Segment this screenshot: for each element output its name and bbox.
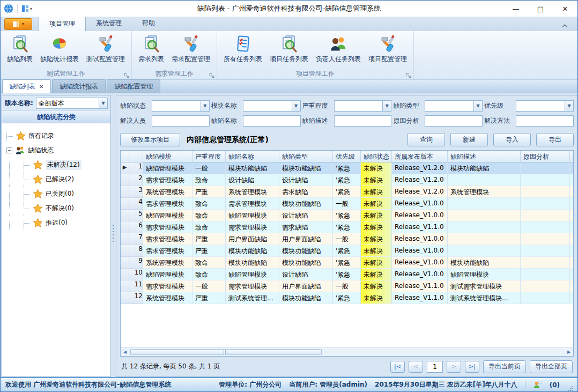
- grid-column-header[interactable]: 缺陷模块: [143, 151, 192, 162]
- dialog-launcher-icon[interactable]: [406, 72, 411, 77]
- table-row[interactable]: 11需求管理模块一般需求管理模块用户界面缺陷一般未解决Release_V1.1.…: [121, 280, 573, 292]
- tree-collapse-icon[interactable]: −: [6, 147, 12, 153]
- first-page-button[interactable]: |<: [390, 361, 405, 373]
- grid-column-header[interactable]: 缺陷类型: [279, 151, 333, 162]
- ribbon-tab-系统管理[interactable]: 系统管理: [86, 16, 132, 31]
- scroll-left-icon[interactable]: ◀: [121, 350, 129, 354]
- ribbon-button[interactable]: 需求配置管理: [168, 33, 214, 65]
- messages-person-icon[interactable]: [533, 380, 542, 389]
- ribbon-button[interactable]: 测试配置管理: [83, 33, 129, 65]
- grid-column-header[interactable]: 所属发布版本: [392, 151, 448, 162]
- dialog-launcher-icon[interactable]: [124, 72, 129, 77]
- table-row[interactable]: 6需求管理模块致命需求管理模块需求缺陷'紧急未解决Release_V1.1.0: [121, 221, 573, 233]
- tree-item[interactable]: 所有记录: [6, 129, 109, 143]
- dialog-launcher-icon[interactable]: [209, 72, 214, 77]
- ribbon-button[interactable]: 项目配置管理: [365, 33, 411, 65]
- app-menu-button[interactable]: ▾: [4, 18, 32, 30]
- action-button-导入[interactable]: 导入: [493, 133, 531, 146]
- chevron-down-icon[interactable]: ▼: [382, 100, 391, 112]
- table-cell: [521, 210, 570, 221]
- table-cell: [521, 174, 570, 186]
- table-row[interactable]: ▶1缺陷管理模块一般模块功能缺陷模块功能缺陷'紧急未解决Release_V1.2…: [121, 162, 573, 174]
- grid-column-header[interactable]: 解决方法: [570, 151, 574, 162]
- table-row[interactable]: 3系统管理模块严重系统管理模块需求缺陷'紧急未解决Release_V1.2.0系…: [121, 186, 573, 198]
- table-cell: [521, 245, 570, 257]
- horizontal-scrollbar[interactable]: ◀ ▶: [121, 347, 573, 356]
- table-row[interactable]: 5缺陷管理模块致命缺陷管理模块设计缺陷'紧急未解决Release_V1.0.0: [121, 210, 573, 221]
- grid-column-header[interactable]: 优先级: [333, 151, 361, 162]
- tree-item[interactable]: 推迟(0): [6, 216, 109, 230]
- tree-item[interactable]: 不解决(0): [6, 201, 109, 216]
- resize-grip-icon[interactable]: [567, 386, 573, 391]
- version-select[interactable]: 全部版本 ▼: [36, 98, 108, 109]
- last-page-button[interactable]: >|: [465, 361, 479, 373]
- filter-input[interactable]: [152, 115, 210, 127]
- ribbon-button[interactable]: 需求列表: [135, 33, 168, 65]
- filter-combo[interactable]: ▼: [334, 100, 392, 112]
- tree-item[interactable]: −缺陷状态: [6, 143, 109, 158]
- page-number-input[interactable]: [427, 361, 443, 373]
- row-number: 5: [129, 210, 143, 221]
- chevron-down-icon[interactable]: ▼: [99, 98, 108, 109]
- table-row[interactable]: 8需求管理模块严重模块功能缺陷模块功能缺陷'紧急未解决Release_V1.0.…: [121, 245, 573, 257]
- close-tab-icon[interactable]: ✕: [39, 84, 43, 90]
- doc-tab-缺陷配置管理[interactable]: 缺陷配置管理: [107, 79, 160, 93]
- chevron-down-icon[interactable]: ▼: [292, 100, 301, 112]
- table-row[interactable]: 10缺陷管理模块致命缺陷管理模块设计缺陷'紧急未解决Release_V1.0.0…: [121, 269, 573, 280]
- minimize-button[interactable]: —: [503, 1, 528, 17]
- filter-input[interactable]: [516, 115, 574, 127]
- grid-column-header[interactable]: 缺陷描述: [448, 151, 521, 162]
- filter-input[interactable]: [425, 115, 483, 127]
- grid-column-header[interactable]: 原因分析: [521, 151, 570, 162]
- grid-column-header[interactable]: 严重程度: [192, 151, 226, 162]
- tree-item[interactable]: 未解决(12): [6, 158, 109, 172]
- quick-access-layout-button[interactable]: ▾: [21, 5, 32, 12]
- ribbon-tab-项目管理[interactable]: 项目管理: [39, 16, 86, 31]
- ribbon-button[interactable]: 缺陷列表: [3, 33, 36, 65]
- table-row[interactable]: 4需求管理模块致命需求管理模块模块功能缺陷一般未解决Release_V1.0.0: [121, 198, 573, 210]
- chevron-down-icon[interactable]: ▼: [473, 100, 483, 112]
- grid-column-header[interactable]: 缺陷状态: [361, 151, 392, 162]
- filter-combo[interactable]: ▼: [516, 100, 574, 112]
- action-button-查询[interactable]: 查询: [407, 133, 445, 146]
- row-indicator: [121, 198, 129, 210]
- ribbon-button[interactable]: 所有任务列表: [220, 33, 266, 65]
- row-number: 9: [129, 257, 143, 269]
- export-all-pages-button[interactable]: 导出全部页: [530, 360, 573, 373]
- scrollbar-thumb[interactable]: [130, 349, 322, 355]
- prev-page-button[interactable]: <: [409, 361, 423, 373]
- action-button-新建[interactable]: 新建: [450, 133, 488, 146]
- close-button[interactable]: ✕: [553, 1, 577, 17]
- ribbon-button[interactable]: 缺陷统计报表: [36, 33, 83, 65]
- table-row[interactable]: 7需求管理模块严重用户界面缺陷用户界面缺陷一般未解决Release_V1.0.0: [121, 233, 573, 245]
- filter-input[interactable]: [243, 115, 301, 127]
- table-row[interactable]: 9系统管理模块致命模块功能缺陷模块功能缺陷'紧急未解决Release_V1.0.…: [121, 257, 573, 269]
- filter-combo[interactable]: ▼: [152, 100, 210, 112]
- ribbon-tab-帮助[interactable]: 帮助: [132, 16, 165, 31]
- chevron-down-icon[interactable]: ▼: [201, 100, 210, 112]
- doc-tab-缺陷列表[interactable]: 缺陷列表✕: [2, 79, 51, 93]
- filter-combo[interactable]: ▼: [425, 100, 483, 112]
- filter-input[interactable]: [334, 115, 392, 127]
- doc-tab-缺陷统计报表[interactable]: 缺陷统计报表: [52, 79, 106, 93]
- table-row[interactable]: 2需求管理模块致命设计缺陷设计缺陷'紧急未解决Release_V1.2.0: [121, 174, 573, 186]
- scrollbar-track[interactable]: [129, 348, 565, 356]
- ribbon-collapse-icon[interactable]: [562, 22, 568, 26]
- next-page-button[interactable]: >: [447, 361, 461, 373]
- filter-combo[interactable]: ▼: [243, 100, 301, 112]
- export-current-page-button[interactable]: 导出当前页: [483, 360, 526, 373]
- modify-columns-button[interactable]: 修改显示项目: [120, 133, 180, 146]
- ribbon-button[interactable]: 项目任务列表: [266, 33, 312, 65]
- action-buttons: 查询新建导入导出: [407, 133, 574, 146]
- tree-item[interactable]: 已解决(2): [6, 172, 109, 187]
- table-row[interactable]: 12系统管理模块严重测试系统管理...模块功能缺陷'紧急未解决Release_V…: [121, 292, 573, 304]
- scroll-right-icon[interactable]: ▶: [565, 350, 573, 354]
- splitter[interactable]: [111, 95, 116, 377]
- chevron-down-icon[interactable]: ▼: [565, 100, 574, 112]
- ribbon-button[interactable]: 负责人任务列表: [312, 33, 365, 65]
- table-cell: '紧急: [333, 292, 361, 304]
- tree-item[interactable]: 已关闭(0): [6, 187, 109, 201]
- grid-column-header[interactable]: 缺陷名称: [226, 151, 279, 162]
- maximize-button[interactable]: □: [528, 1, 553, 17]
- action-button-导出[interactable]: 导出: [536, 133, 574, 146]
